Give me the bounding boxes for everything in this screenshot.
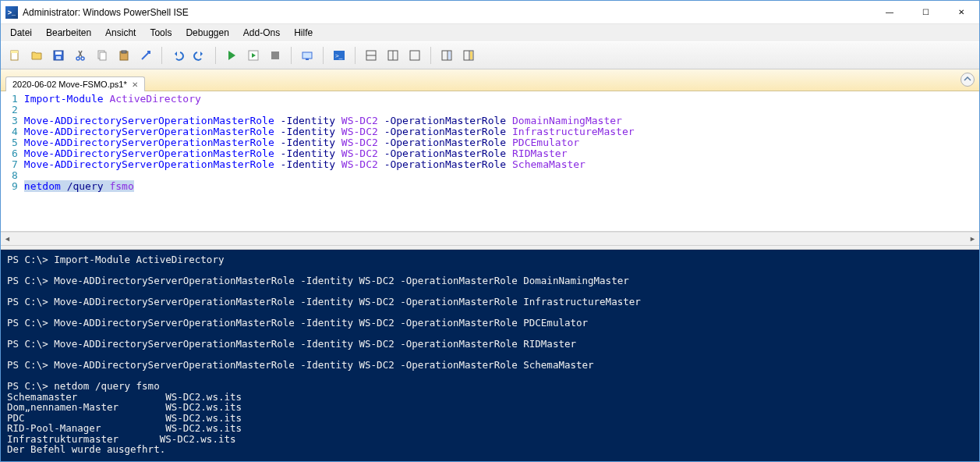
window-title: Administrator: Windows PowerShell ISE bbox=[23, 7, 872, 18]
stop-icon[interactable] bbox=[266, 46, 285, 65]
show-command-icon[interactable] bbox=[437, 46, 456, 65]
code-line[interactable]: Import-Module ActiveDirectory bbox=[24, 94, 635, 105]
svg-rect-3 bbox=[55, 52, 62, 55]
console-pane[interactable]: PS C:\> Import-Module ActiveDirectory PS… bbox=[1, 250, 979, 461]
tab-close-icon[interactable]: ✕ bbox=[132, 80, 138, 89]
run-selection-icon[interactable] bbox=[244, 46, 263, 65]
menu-tools[interactable]: Tools bbox=[143, 26, 178, 40]
tab-label: 2020-06-02 Move-FSMO.ps1* bbox=[12, 80, 127, 89]
toolbar: >_ bbox=[1, 41, 979, 69]
menubar: DateiBearbeitenAnsichtToolsDebuggenAdd-O… bbox=[1, 24, 979, 41]
code-line[interactable]: Move-ADDirectoryServerOperationMasterRol… bbox=[24, 137, 635, 148]
code-line[interactable]: Move-ADDirectoryServerOperationMasterRol… bbox=[24, 126, 635, 137]
save-icon[interactable] bbox=[49, 46, 68, 65]
remote-icon[interactable] bbox=[298, 46, 317, 65]
undo-icon[interactable] bbox=[168, 46, 187, 65]
svg-rect-10 bbox=[122, 51, 126, 53]
tabstrip: 2020-06-02 Move-FSMO.ps1* ✕ bbox=[1, 69, 979, 91]
svg-rect-1 bbox=[11, 51, 18, 53]
svg-point-5 bbox=[76, 57, 80, 60]
redo-icon[interactable] bbox=[190, 46, 209, 65]
expand-script-pane-icon[interactable] bbox=[961, 73, 975, 87]
svg-rect-27 bbox=[470, 52, 472, 59]
svg-rect-8 bbox=[100, 52, 106, 60]
app-icon: >_ bbox=[5, 6, 18, 19]
menu-ansicht[interactable]: Ansicht bbox=[99, 26, 142, 40]
close-button[interactable]: ✕ bbox=[943, 1, 979, 24]
menu-hilfe[interactable]: Hilfe bbox=[288, 26, 319, 40]
svg-point-6 bbox=[81, 57, 84, 60]
clear-icon[interactable] bbox=[136, 46, 155, 65]
new-file-icon[interactable] bbox=[5, 46, 24, 65]
powershell-icon[interactable]: >_ bbox=[330, 46, 348, 65]
menu-debuggen[interactable]: Debuggen bbox=[179, 26, 235, 40]
svg-rect-21 bbox=[410, 51, 419, 60]
code-line[interactable]: Move-ADDirectoryServerOperationMasterRol… bbox=[24, 159, 635, 170]
layout-vertical-icon[interactable] bbox=[384, 46, 402, 65]
code-line[interactable]: Move-ADDirectoryServerOperationMasterRol… bbox=[24, 148, 635, 159]
menu-bearbeiten[interactable]: Bearbeiten bbox=[40, 26, 97, 40]
svg-rect-14 bbox=[306, 59, 309, 60]
paste-icon[interactable] bbox=[115, 46, 133, 65]
code-line[interactable]: netdom /query fsmo bbox=[24, 181, 635, 192]
code-line[interactable] bbox=[24, 170, 635, 181]
open-file-icon[interactable] bbox=[27, 46, 46, 65]
script-editor[interactable]: 123456789 Import-Module ActiveDirectory … bbox=[1, 91, 979, 232]
code-area[interactable]: Import-Module ActiveDirectory Move-ADDir… bbox=[24, 91, 635, 231]
menu-add-ons[interactable]: Add-Ons bbox=[237, 26, 286, 40]
layout-horizontal-icon[interactable] bbox=[362, 46, 380, 65]
code-line[interactable]: Move-ADDirectoryServerOperationMasterRol… bbox=[24, 116, 635, 126]
svg-rect-24 bbox=[448, 52, 451, 59]
run-script-icon[interactable] bbox=[222, 46, 241, 65]
cut-icon[interactable] bbox=[71, 46, 90, 65]
maximize-button[interactable]: ☐ bbox=[907, 1, 943, 24]
code-line[interactable] bbox=[24, 105, 635, 116]
svg-rect-13 bbox=[302, 52, 312, 59]
show-addon-icon[interactable] bbox=[459, 46, 478, 65]
copy-icon[interactable] bbox=[93, 46, 111, 65]
minimize-button[interactable]: — bbox=[872, 1, 907, 24]
svg-text:>_: >_ bbox=[335, 52, 343, 59]
script-tab[interactable]: 2020-06-02 Move-FSMO.ps1* ✕ bbox=[5, 76, 145, 91]
menu-datei[interactable]: Datei bbox=[4, 26, 38, 40]
scroll-left-icon[interactable]: ◄ bbox=[1, 233, 14, 246]
layout-full-icon[interactable] bbox=[405, 46, 424, 65]
svg-rect-4 bbox=[56, 56, 61, 59]
svg-rect-12 bbox=[271, 52, 279, 59]
line-gutter: 123456789 bbox=[1, 91, 24, 231]
titlebar: >_ Administrator: Windows PowerShell ISE… bbox=[1, 1, 979, 24]
scroll-right-icon[interactable]: ► bbox=[966, 233, 979, 246]
editor-horizontal-scrollbar[interactable]: ◄ ► bbox=[1, 232, 979, 245]
